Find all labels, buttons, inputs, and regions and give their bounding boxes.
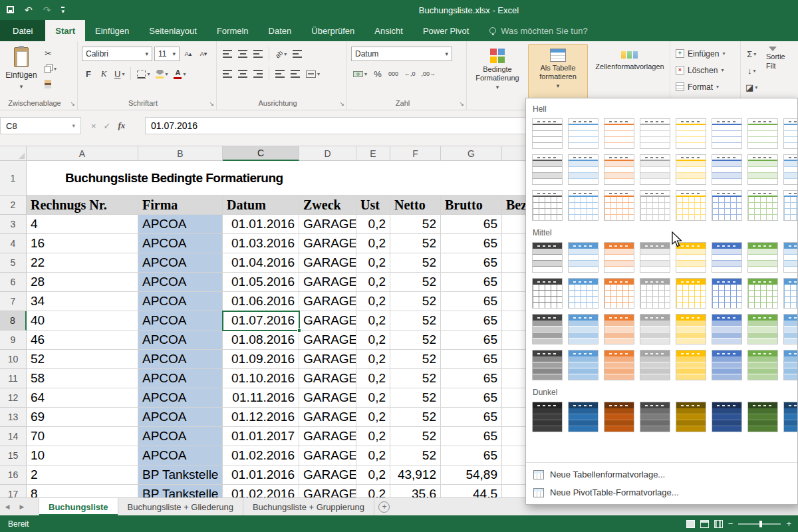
header-cell-firma[interactable]: Firma <box>138 196 223 215</box>
cell-C14[interactable]: 01.01.2017 <box>223 427 299 446</box>
row-header-1[interactable]: 1 <box>0 161 27 196</box>
table-style-mittel-4-4[interactable] <box>640 350 670 380</box>
table-style-mittel-2-4[interactable] <box>640 278 670 309</box>
cell-D17[interactable]: GARAGE <box>299 485 356 497</box>
table-style-mittel-1-5[interactable] <box>676 242 706 273</box>
cell-A5[interactable]: 22 <box>27 253 138 273</box>
cell-C10[interactable]: 01.09.2016 <box>223 350 299 369</box>
table-style-dunkel-1-7[interactable] <box>747 402 778 432</box>
cell-D6[interactable]: GARAGE <box>299 273 356 292</box>
column-header-g[interactable]: G <box>441 146 502 161</box>
table-style-mittel-2-7[interactable] <box>747 278 778 309</box>
cell-C6[interactable]: 01.05.2016 <box>223 273 299 292</box>
bold-button[interactable]: F <box>82 66 95 81</box>
format-painter-button[interactable] <box>43 77 59 90</box>
align-middle-button[interactable] <box>236 47 249 61</box>
row-header-11[interactable]: 11 <box>0 369 27 388</box>
table-style-hell-2-7[interactable] <box>747 154 778 185</box>
shrink-font-button[interactable]: A▾ <box>197 47 210 61</box>
comma-style-button[interactable]: 000 <box>386 66 400 81</box>
row-header-3[interactable]: 3 <box>0 215 27 234</box>
cell-A9[interactable]: 46 <box>27 331 138 350</box>
header-cell-datum[interactable]: Datum <box>223 196 299 215</box>
new-table-style-menu-item[interactable]: Neue Tabellenformatvorlage... <box>526 466 797 483</box>
table-style-mittel-4-7[interactable] <box>747 350 778 380</box>
cell-B15[interactable]: APCOA <box>138 446 223 466</box>
borders-button[interactable]: ▾ <box>135 66 152 81</box>
align-bottom-button[interactable] <box>251 47 265 61</box>
cell-F10[interactable]: 52 <box>390 350 441 369</box>
cell-A14[interactable]: 70 <box>27 427 138 446</box>
name-box[interactable]: C8 ▾ <box>0 117 81 134</box>
cell-A13[interactable]: 69 <box>27 408 138 427</box>
table-style-hell-1-2[interactable] <box>568 118 598 149</box>
font-color-button[interactable]: A▾ <box>172 66 188 81</box>
cell-G4[interactable]: 65 <box>441 234 502 253</box>
cell-A15[interactable]: 10 <box>27 446 138 466</box>
cell-D11[interactable]: GARAGE <box>299 369 356 388</box>
cell-C4[interactable]: 01.03.2016 <box>223 234 299 253</box>
qat-customize-button[interactable]: ▾ <box>61 5 65 15</box>
cell-B5[interactable]: APCOA <box>138 253 223 273</box>
ribbon-tab-datei[interactable]: Datei <box>0 20 45 41</box>
cell-C13[interactable]: 01.12.2016 <box>223 408 299 427</box>
cell-A11[interactable]: 58 <box>27 369 138 388</box>
cell-G8[interactable]: 65 <box>441 311 502 331</box>
sort-filter-button[interactable]: Sortie Filt <box>766 47 798 70</box>
cell-C8[interactable]: 01.07.2016 <box>223 311 299 331</box>
ribbon-tab-daten[interactable]: Daten <box>259 20 302 41</box>
ribbon-tab-einf-gen[interactable]: Einfügen <box>85 20 139 41</box>
cell-C11[interactable]: 01.10.2016 <box>223 369 299 388</box>
cell-D15[interactable]: GARAGE <box>299 446 356 466</box>
cell-G15[interactable]: 65 <box>441 446 502 466</box>
delete-cells-button[interactable]: ×Löschen▾ <box>673 63 728 77</box>
table-style-mittel-3-3[interactable] <box>604 314 634 344</box>
table-style-mittel-3-1[interactable] <box>532 314 563 344</box>
row-header-13[interactable]: 13 <box>0 408 27 427</box>
font-name-combo[interactable]: Calibri▾ <box>82 47 152 61</box>
row-header-10[interactable]: 10 <box>0 350 27 369</box>
table-style-mittel-1-6[interactable] <box>712 242 742 273</box>
align-center-button[interactable] <box>236 66 249 81</box>
format-cells-button[interactable]: Format▾ <box>673 80 728 94</box>
cell-F7[interactable]: 52 <box>390 292 441 311</box>
row-header-4[interactable]: 4 <box>0 234 27 253</box>
cell-C17[interactable]: 01.02.2016 <box>223 485 299 497</box>
cell-B10[interactable]: APCOA <box>138 350 223 369</box>
decrease-indent-button[interactable] <box>273 66 287 81</box>
select-all-corner[interactable] <box>0 146 27 161</box>
tell-me-box[interactable]: Was möchten Sie tun? <box>489 20 587 41</box>
table-style-hell-3-8[interactable] <box>783 190 797 221</box>
alignment-dialog-launcher[interactable]: ↘ <box>339 100 344 107</box>
ribbon-tab-berpr-fen[interactable]: Überprüfen <box>301 20 364 41</box>
zoom-slider-thumb[interactable] <box>759 521 762 527</box>
cell-G9[interactable]: 65 <box>441 331 502 350</box>
column-header-e[interactable]: E <box>356 146 390 161</box>
column-header-b[interactable]: B <box>138 146 223 161</box>
page-layout-view-button[interactable] <box>700 520 709 528</box>
sheet-tab-buchungsliste-gruppierung[interactable]: Buchungsliste + Gruppierung <box>243 498 374 515</box>
table-style-dunkel-1-8[interactable] <box>783 402 797 432</box>
table-style-mittel-3-2[interactable] <box>568 314 598 344</box>
cell-E17[interactable]: 0,2 <box>356 485 390 497</box>
sheet-tab-buchungsliste[interactable]: Buchungsliste <box>39 498 118 515</box>
cell-G12[interactable]: 65 <box>441 388 502 408</box>
underline-button[interactable]: U▾ <box>112 66 126 81</box>
clipboard-dialog-launcher[interactable]: ↘ <box>70 100 75 107</box>
table-style-dunkel-1-1[interactable] <box>532 402 563 432</box>
table-style-hell-2-6[interactable] <box>712 154 742 185</box>
ribbon-tab-formeln[interactable]: Formeln <box>207 20 259 41</box>
conditional-formatting-button[interactable]: Bedingte Formatierung ▾ <box>469 44 526 106</box>
cell-E15[interactable]: 0,2 <box>356 446 390 466</box>
sheet-tab-buchungsliste-gliederung[interactable]: Buchungsliste + Gliederung <box>118 498 243 515</box>
cell-F6[interactable]: 52 <box>390 273 441 292</box>
cell-D3[interactable]: GARAGE <box>299 215 356 234</box>
cell-G11[interactable]: 65 <box>441 369 502 388</box>
table-style-mittel-2-1[interactable] <box>532 278 563 309</box>
table-style-hell-3-7[interactable] <box>747 190 778 221</box>
table-style-dunkel-1-3[interactable] <box>604 402 634 432</box>
row-header-16[interactable]: 16 <box>0 466 27 485</box>
cell-E9[interactable]: 0,2 <box>356 331 390 350</box>
table-style-dunkel-1-4[interactable] <box>640 402 670 432</box>
format-as-table-button[interactable]: Als Tabelle formatieren ▾ <box>528 44 588 106</box>
